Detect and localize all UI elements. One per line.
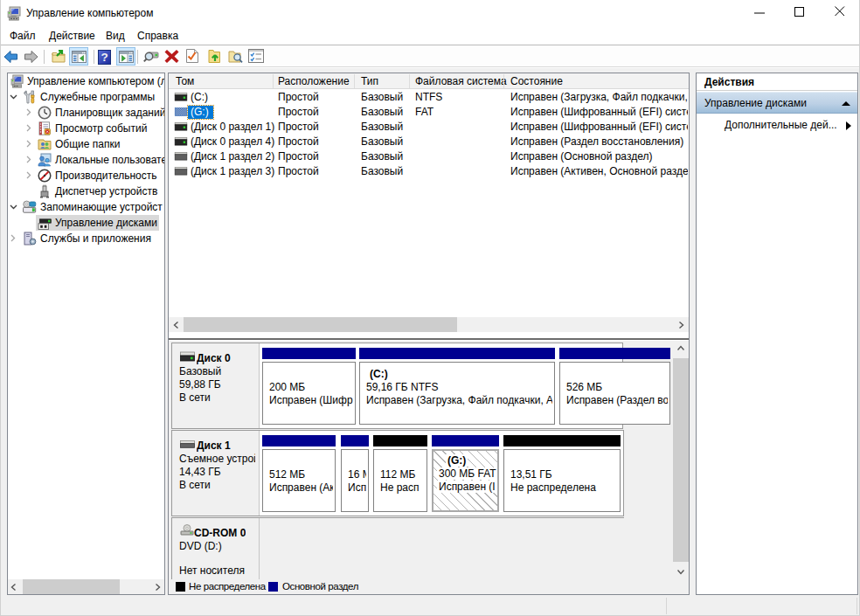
svg-text:?: ?	[101, 51, 108, 64]
